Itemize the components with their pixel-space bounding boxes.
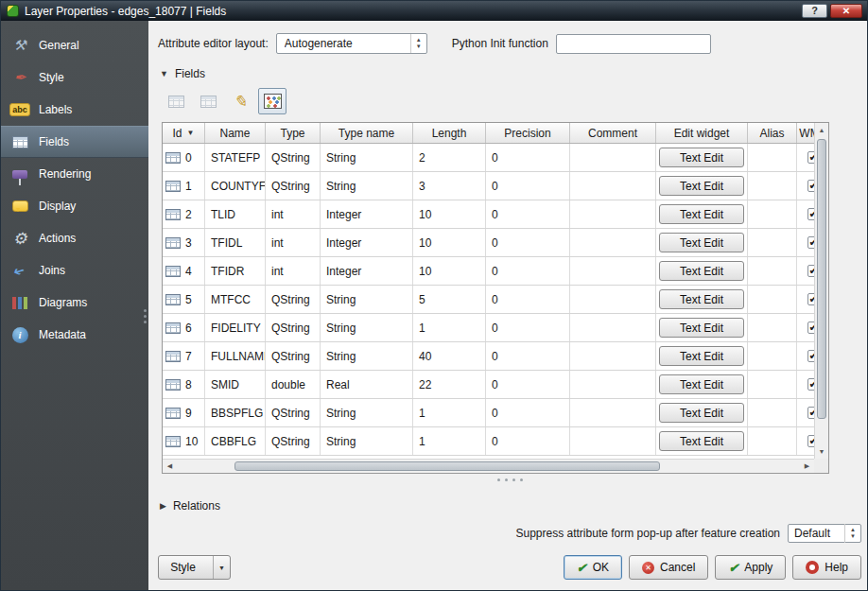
- edit-widget-button[interactable]: Text Edit: [659, 431, 744, 451]
- ok-button[interactable]: OK: [564, 555, 622, 580]
- scroll-left-icon[interactable]: [163, 460, 177, 473]
- ok-check-icon: [577, 561, 587, 575]
- sidebar-item-joins[interactable]: Joins: [1, 254, 148, 287]
- edit-widget-button[interactable]: Text Edit: [659, 233, 744, 252]
- column-header-precision[interactable]: Precision: [486, 123, 570, 143]
- help-button[interactable]: Help: [792, 555, 861, 580]
- column-header-name[interactable]: Name: [205, 123, 266, 143]
- row-table-icon: [165, 266, 181, 277]
- sidebar-item-fields[interactable]: Fields: [1, 126, 148, 158]
- wms-checkbox[interactable]: ✔: [807, 378, 815, 391]
- new-field-icon: [168, 96, 184, 108]
- attribute-editor-layout-select[interactable]: Autogenerate: [276, 33, 427, 54]
- sidebar: General Style abc Labels Fields Renderin…: [1, 21, 148, 590]
- field-type-cell: int: [266, 229, 321, 256]
- field-editwidget-cell: Text Edit: [656, 427, 748, 455]
- sidebar-item-label: Labels: [39, 103, 72, 116]
- wms-checkbox[interactable]: ✔: [807, 350, 815, 362]
- wms-checkbox[interactable]: ✔: [807, 180, 815, 192]
- edit-widget-button[interactable]: Text Edit: [659, 261, 744, 281]
- column-header-id[interactable]: Id ▼: [163, 123, 205, 143]
- column-header-length[interactable]: Length: [413, 123, 486, 143]
- sidebar-item-metadata[interactable]: i Metadata: [1, 319, 148, 351]
- field-row: 4TFIDRintInteger100Text Edit✔: [163, 257, 814, 286]
- field-type-cell: QString: [266, 342, 321, 370]
- sidebar-item-style[interactable]: Style: [1, 61, 148, 94]
- column-header-type[interactable]: Type: [266, 123, 321, 143]
- suppress-value: Default: [794, 527, 844, 540]
- wms-checkbox[interactable]: ✔: [807, 151, 815, 164]
- horizontal-scrollbar-thumb[interactable]: [234, 461, 660, 471]
- wms-checkbox[interactable]: ✔: [807, 435, 815, 447]
- relations-section-toggle[interactable]: Relations: [160, 499, 861, 513]
- edit-widget-button[interactable]: Text Edit: [659, 346, 744, 366]
- edit-widget-button[interactable]: Text Edit: [659, 374, 744, 394]
- scroll-down-icon[interactable]: [815, 444, 828, 459]
- new-field-button[interactable]: [162, 88, 190, 114]
- sidebar-item-labels[interactable]: abc Labels: [1, 94, 148, 126]
- sidebar-item-diagrams[interactable]: Diagrams: [1, 287, 148, 319]
- suppress-select[interactable]: Default: [788, 524, 861, 543]
- toggle-editing-button[interactable]: [226, 88, 254, 114]
- edit-widget-button[interactable]: Text Edit: [659, 176, 744, 196]
- field-name-cell: TFIDL: [205, 229, 266, 256]
- apply-check-icon: [728, 561, 738, 575]
- style-button[interactable]: Style: [158, 555, 231, 580]
- sidebar-item-general[interactable]: General: [1, 29, 148, 61]
- wrench-icon: [9, 35, 31, 56]
- field-precision-cell: 0: [486, 342, 570, 370]
- vertical-scrollbar-thumb[interactable]: [817, 139, 826, 419]
- field-comment-cell: [570, 229, 656, 256]
- field-id-cell: 9: [163, 399, 205, 426]
- field-wms-cell: ✔: [797, 314, 814, 341]
- row-table-icon: [165, 436, 181, 447]
- sidebar-item-rendering[interactable]: Rendering: [1, 158, 148, 190]
- wms-checkbox[interactable]: ✔: [807, 236, 815, 249]
- field-editwidget-cell: Text Edit: [656, 342, 748, 370]
- field-precision-cell: 0: [486, 286, 570, 313]
- column-header-wms[interactable]: WMS: [797, 123, 814, 143]
- column-header-editwidget[interactable]: Edit widget: [656, 123, 748, 143]
- field-calculator-button[interactable]: [258, 88, 286, 114]
- edit-widget-button[interactable]: Text Edit: [659, 204, 744, 224]
- edit-widget-button[interactable]: Text Edit: [659, 318, 744, 338]
- scroll-right-icon[interactable]: [800, 460, 814, 473]
- sidebar-splitter-handle[interactable]: [143, 300, 148, 332]
- sidebar-item-display[interactable]: Display: [1, 190, 148, 222]
- field-precision-cell: 0: [486, 257, 570, 285]
- vertical-scrollbar[interactable]: [814, 123, 828, 459]
- window-close-button[interactable]: ✕: [830, 4, 862, 18]
- cancel-button[interactable]: Cancel: [629, 555, 708, 580]
- splitter-handle[interactable]: [158, 474, 861, 486]
- wms-checkbox[interactable]: ✔: [807, 265, 815, 277]
- wms-checkbox[interactable]: ✔: [807, 293, 815, 305]
- field-length-cell: 40: [413, 342, 486, 370]
- field-typename-cell: String: [321, 172, 413, 200]
- gear-icon: [9, 228, 31, 249]
- field-name-cell: TFIDR: [205, 257, 266, 285]
- python-init-input[interactable]: [556, 34, 711, 54]
- sidebar-item-actions[interactable]: Actions: [1, 222, 148, 254]
- apply-button[interactable]: Apply: [715, 555, 786, 580]
- edit-widget-button[interactable]: Text Edit: [659, 403, 744, 423]
- column-header-alias[interactable]: Alias: [748, 123, 797, 143]
- info-icon: i: [9, 324, 31, 345]
- sidebar-item-label: Style: [39, 71, 64, 84]
- scroll-up-icon[interactable]: [815, 123, 828, 137]
- field-alias-cell: [748, 257, 797, 285]
- column-header-comment[interactable]: Comment: [570, 123, 656, 143]
- fields-section-toggle[interactable]: Fields: [160, 67, 861, 80]
- field-typename-cell: Integer: [321, 229, 413, 256]
- field-length-cell: 22: [413, 371, 486, 398]
- column-header-typename[interactable]: Type name: [321, 123, 413, 143]
- edit-widget-button[interactable]: Text Edit: [659, 148, 744, 167]
- edit-widget-button[interactable]: Text Edit: [659, 289, 744, 309]
- wms-checkbox[interactable]: ✔: [807, 322, 815, 334]
- horizontal-scrollbar[interactable]: [163, 459, 814, 473]
- window-help-button[interactable]: ?: [802, 4, 827, 18]
- abc-label-icon: abc: [9, 99, 31, 120]
- wms-checkbox[interactable]: ✔: [807, 208, 815, 220]
- wms-checkbox[interactable]: ✔: [807, 407, 815, 419]
- delete-field-button[interactable]: [194, 88, 222, 114]
- field-id-cell: 6: [163, 314, 205, 341]
